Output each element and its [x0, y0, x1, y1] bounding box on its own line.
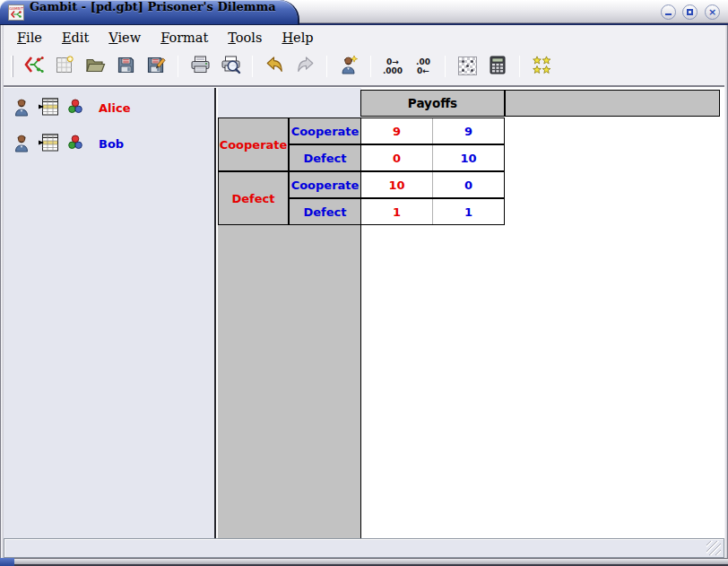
toolbar-increase-decimals-button[interactable]: 0→.000 [380, 54, 405, 79]
increase-decimals-line2: .000 [383, 66, 403, 75]
payoff-cell-bob[interactable]: 10 [433, 145, 504, 170]
payoff-cell-alice[interactable]: 9 [361, 118, 433, 144]
decrease-decimals-icon: .000← [416, 57, 430, 75]
toolbar-undo-arrow-button[interactable] [262, 54, 287, 79]
player-row-alice: Alice [13, 93, 131, 122]
calculator-icon [489, 56, 507, 77]
col-strategy-cell[interactable]: Cooperate [289, 118, 361, 144]
close-icon: × [708, 7, 716, 17]
minimize-button[interactable] [661, 4, 676, 20]
menu-item-tools[interactable]: Tools [227, 29, 263, 47]
menu-bar: FileEditViewFormatToolsHelp [4, 25, 724, 49]
client-area: AliceBob Payoffs CooperateDefectCooperat… [4, 86, 724, 538]
payoff-row: 99 [360, 118, 505, 144]
row-strategy-cell[interactable]: Defect [218, 171, 289, 225]
randomize-checkerboard-icon [458, 57, 477, 75]
payoff-cell-bob[interactable]: 1 [433, 199, 504, 224]
toolbar-separator [370, 56, 371, 77]
color-balls-icon [68, 135, 82, 152]
print-preview-magnifier-icon [221, 56, 241, 77]
player-alice-person-button[interactable] [13, 97, 30, 119]
payoff-cell-alice[interactable]: 0 [361, 145, 433, 170]
player-row-bob: Bob [13, 129, 124, 158]
row-strategy-cell[interactable]: Cooperate [218, 118, 289, 171]
decrease-decimals-line1: .00 [416, 57, 430, 66]
status-bar [4, 538, 724, 558]
payoffs-header: Payoffs [360, 90, 505, 117]
toolbar-randomize-checkerboard-button[interactable] [455, 54, 480, 79]
header-filler [505, 90, 720, 117]
payoff-row: 010 [360, 144, 505, 171]
col-strategy-cell[interactable]: Defect [289, 198, 361, 225]
window-title: Gambit - [pd.gbt] Prisoner's Dilemma [30, 0, 276, 25]
minimize-icon [665, 13, 672, 15]
player-bob-person-button[interactable] [13, 133, 30, 155]
toolbar-decrease-decimals-button[interactable]: .000← [411, 54, 436, 79]
row-label-filler [218, 225, 361, 539]
redo-arrow-icon [296, 56, 315, 76]
decrease-decimals-line2: 0← [417, 66, 429, 75]
increase-decimals-icon: 0→.000 [383, 57, 403, 75]
toolbar-separator [178, 56, 178, 77]
player-name[interactable]: Alice [99, 101, 131, 115]
toolbar-gambit-new-tree-button[interactable] [22, 54, 47, 79]
payoff-sheet: Payoffs CooperateDefectCooperate99Defect… [218, 88, 724, 539]
gambit-new-tree-icon [23, 54, 45, 78]
bottom-right-corner [0, 558, 14, 566]
toolbar-separator [445, 56, 446, 77]
toolbar-calculator-button[interactable] [485, 54, 510, 79]
open-folder-icon [85, 57, 106, 76]
menu-item-edit[interactable]: Edit [61, 29, 90, 47]
payoff-cell-alice[interactable]: 1 [361, 199, 433, 224]
resize-grip[interactable] [706, 541, 721, 555]
person-icon [13, 133, 30, 155]
player-bob-strategy-sheet-button[interactable] [38, 134, 59, 154]
color-balls-icon [68, 99, 82, 117]
toolbar-open-folder-button[interactable] [82, 54, 108, 79]
close-button[interactable]: × [705, 4, 720, 20]
payoff-cell-bob[interactable]: 0 [433, 172, 504, 197]
toolbar-redo-arrow-button[interactable] [292, 54, 317, 79]
equilibria-stars-icon [532, 55, 551, 77]
menu-item-file[interactable]: File [16, 29, 43, 47]
increase-decimals-line1: 0→ [386, 57, 399, 66]
toolbar-separator [519, 56, 520, 77]
player-alice-strategy-sheet-button[interactable] [38, 98, 59, 118]
maximize-icon [687, 9, 693, 15]
titlebar-tab[interactable]: GAMBIT Gambit - [pd.gbt] Prisoner's Dile… [0, 0, 299, 25]
col-strategy-cell[interactable]: Cooperate [289, 171, 361, 198]
window-border-right [724, 25, 728, 558]
menu-item-help[interactable]: Help [281, 29, 314, 47]
toolbar: 0→.000.000← [4, 49, 724, 86]
toolbar-new-table-button[interactable] [52, 54, 77, 79]
add-player-person-star-icon [339, 55, 359, 77]
printer-icon [190, 56, 211, 76]
player-name[interactable]: Bob [99, 137, 124, 151]
col-strategy-cell[interactable]: Defect [289, 144, 361, 171]
toolbar-equilibria-stars-button[interactable] [529, 54, 554, 79]
person-icon [13, 97, 30, 119]
toolbar-separator [326, 56, 327, 77]
payoff-cell-alice[interactable]: 10 [361, 172, 433, 197]
menu-item-format[interactable]: Format [160, 29, 209, 47]
maximize-button[interactable] [682, 4, 698, 20]
toolbar-add-player-person-star-button[interactable] [336, 54, 361, 79]
toolbar-separator [252, 56, 253, 77]
payoff-cell-bob[interactable]: 9 [433, 118, 504, 144]
strategy-sheet-icon [38, 134, 59, 154]
player-alice-color-balls-button[interactable] [68, 99, 82, 117]
gambit-logo-icon: GAMBIT [8, 4, 24, 21]
payoff-row: 100 [360, 171, 505, 198]
toolbar-printer-button[interactable] [187, 54, 212, 79]
payoff-row: 11 [360, 198, 505, 225]
strategy-sheet-icon [38, 98, 59, 118]
toolbar-print-preview-magnifier-button[interactable] [218, 54, 243, 79]
toolbar-grip [11, 56, 13, 77]
player-bob-color-balls-button[interactable] [68, 135, 82, 152]
menu-item-view[interactable]: View [108, 29, 142, 47]
toolbar-save-as-floppy-pencil-button[interactable] [143, 54, 169, 79]
window-border-bottom [0, 558, 728, 566]
sheet-corner [218, 88, 361, 118]
toolbar-save-floppy-button[interactable] [113, 54, 138, 79]
gambit-window: GAMBIT Gambit - [pd.gbt] Prisoner's Dile… [0, 0, 728, 566]
